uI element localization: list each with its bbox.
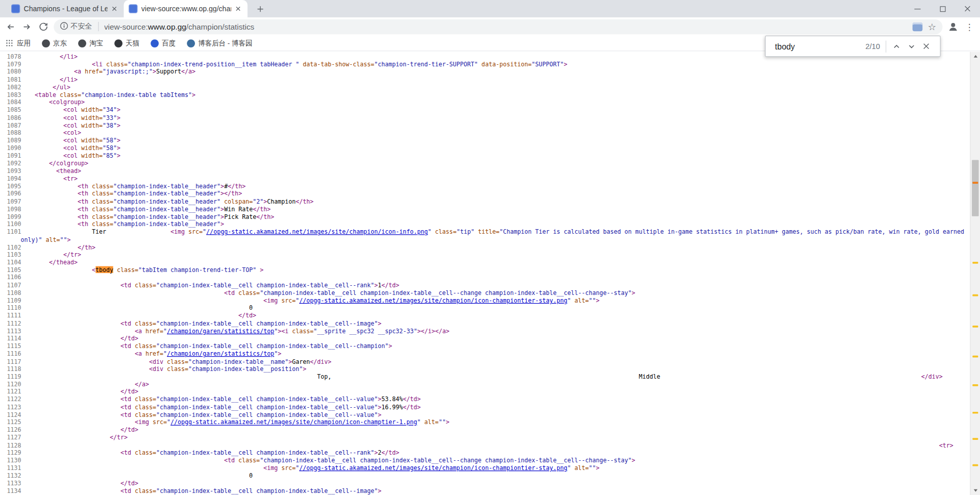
source-url-link[interactable]: //opgg-static.akamaized.net/images/site/… bbox=[299, 464, 567, 471]
window-maximize-button[interactable] bbox=[930, 0, 955, 17]
line-number: 1090 bbox=[0, 144, 28, 152]
tmall-favicon bbox=[114, 39, 122, 47]
bookmark-jd[interactable]: 京东 bbox=[42, 38, 67, 47]
source-url-link[interactable]: /champion/garen/statistics/top bbox=[167, 327, 274, 334]
find-previous-button[interactable] bbox=[889, 39, 903, 54]
bookmark-label: 京东 bbox=[53, 38, 67, 47]
apps-button[interactable]: 应用 bbox=[6, 38, 31, 47]
source-url-link[interactable]: /champion/garen/statistics/top bbox=[167, 350, 274, 357]
source-line: 1100 <th class="champion-index-table__he… bbox=[0, 220, 970, 228]
source-line: 1083 <table class="champion-index-table … bbox=[0, 91, 970, 99]
line-number: 1111 bbox=[0, 312, 28, 319]
tab-champions[interactable]: Champions - League of Legen bbox=[6, 0, 124, 17]
scrollbar-up-arrow[interactable] bbox=[971, 52, 980, 61]
source-token: </td> bbox=[120, 480, 138, 486]
source-line: 1131 <img src="//opgg-static.akamaized.n… bbox=[0, 464, 970, 472]
source-line: 1093 <thead> bbox=[0, 167, 970, 175]
source-line: 1107 <td class="champion-index-table__ce… bbox=[0, 282, 970, 289]
source-line: 1082 </ul> bbox=[0, 84, 970, 91]
source-token: > bbox=[220, 183, 224, 189]
source-code: 1078 </li>1079 <li class="champion-index… bbox=[0, 52, 970, 495]
source-token: </td> bbox=[238, 312, 256, 318]
source-token: <td bbox=[120, 319, 131, 326]
line-number: 1108 bbox=[0, 289, 28, 297]
bookmark-tmall[interactable]: 天猫 bbox=[114, 38, 139, 47]
scrollbar-thumb[interactable] bbox=[972, 160, 978, 216]
profile-avatar[interactable] bbox=[945, 18, 961, 35]
tab-view-source[interactable]: view-source:www.op.gg/cham bbox=[124, 0, 247, 17]
source-token: "tabItem champion-trend-tier-TOP" bbox=[138, 266, 256, 273]
source-line: 1132 0 bbox=[0, 472, 970, 480]
reload-button[interactable] bbox=[35, 18, 52, 35]
bookmark-cnblogs[interactable]: 博客后台 - 博客园 bbox=[187, 38, 252, 47]
source-token: > bbox=[192, 91, 195, 98]
source-token: "champion-index-table__position" bbox=[188, 365, 303, 372]
source-token: "__sprite __spc32 __spc32-33" bbox=[313, 327, 417, 334]
tab-close-icon[interactable] bbox=[110, 5, 119, 13]
source-url-link[interactable]: //opgg-static.akamaized.net/images/site/… bbox=[299, 297, 567, 304]
source-token: <a bbox=[135, 350, 142, 357]
source-token: </a> bbox=[181, 68, 195, 75]
address-bar[interactable]: 不安全 view-source:www.op.gg/champion/stati… bbox=[54, 19, 942, 34]
line-number: 1134 bbox=[0, 487, 28, 495]
line-number: 1088 bbox=[0, 129, 28, 137]
page-action-icon[interactable] bbox=[912, 22, 922, 31]
bookmark-star-icon[interactable]: ☆ bbox=[928, 22, 936, 31]
source-token: > bbox=[596, 297, 600, 304]
scrollbar-track[interactable] bbox=[970, 52, 980, 495]
source-token: > bbox=[220, 213, 224, 219]
window-close-button[interactable] bbox=[955, 0, 980, 17]
find-close-icon[interactable] bbox=[919, 39, 934, 54]
line-number: 1095 bbox=[0, 183, 28, 190]
line-number: 1130 bbox=[0, 457, 28, 464]
bookmark-taobao[interactable]: 淘宝 bbox=[78, 38, 103, 47]
source-token: "champion-index-table__header" bbox=[113, 206, 220, 212]
bookmark-label: 天猫 bbox=[126, 38, 139, 47]
source-url-link[interactable]: //opgg-static.akamaized.net/images/site/… bbox=[206, 228, 428, 235]
line-number: 1112 bbox=[0, 319, 28, 327]
source-token: > bbox=[632, 457, 635, 463]
source-line: 1098 <th class="champion-index-table__he… bbox=[0, 206, 970, 213]
source-token: "champion-index-table__cell champion-ind… bbox=[260, 457, 631, 463]
browser-menu-icon[interactable]: ⋮ bbox=[961, 18, 977, 35]
bookmark-baidu[interactable]: 百度 bbox=[151, 38, 176, 47]
source-token: "champion-index-table tabItems" bbox=[81, 91, 192, 98]
back-button[interactable] bbox=[3, 18, 19, 35]
source-line: 1096 <th class="champion-index-table__he… bbox=[0, 190, 970, 198]
tab-close-icon[interactable] bbox=[234, 5, 242, 13]
source-token: "champion-index-table__name" bbox=[188, 358, 288, 364]
source-token: <td bbox=[224, 457, 235, 463]
info-icon[interactable] bbox=[60, 21, 68, 32]
line-number: 1119 bbox=[0, 373, 28, 381]
source-token: " bbox=[296, 297, 299, 304]
find-match-tick bbox=[972, 356, 978, 358]
source-token: data-tab-show-class= bbox=[299, 61, 374, 67]
forward-button[interactable] bbox=[19, 18, 35, 35]
source-token: class= bbox=[88, 198, 113, 205]
source-token: > bbox=[117, 152, 120, 159]
source-token: Champion bbox=[267, 198, 296, 205]
window-minimize-button[interactable] bbox=[905, 0, 930, 17]
source-token: <img bbox=[170, 228, 185, 235]
line-number: 1078 bbox=[0, 53, 28, 61]
source-token: "champion-trend-tier-SUPPORT" bbox=[374, 61, 478, 67]
source-token: > bbox=[303, 365, 306, 372]
new-tab-button[interactable] bbox=[254, 3, 266, 15]
source-token: class= bbox=[131, 487, 156, 494]
source-token: "champion-index-table__header" bbox=[113, 183, 220, 189]
scrollbar-down-arrow[interactable] bbox=[971, 486, 980, 495]
source-token: </th> bbox=[256, 213, 274, 219]
source-token: <th bbox=[78, 206, 88, 212]
browser-window: Champions - League of Legen view-source:… bbox=[0, 0, 980, 495]
source-token: "85" bbox=[103, 152, 117, 159]
source-token: > bbox=[256, 266, 263, 273]
source-token: class= bbox=[56, 91, 81, 98]
source-url-link[interactable]: //opgg-static.akamaized.net/images/site/… bbox=[170, 418, 417, 425]
line-number: 1123 bbox=[0, 404, 28, 411]
find-input[interactable]: tbody bbox=[775, 41, 865, 51]
source-token: class= bbox=[235, 289, 260, 296]
source-token: </thead> bbox=[49, 259, 78, 265]
source-line: 1112 <td class="champion-index-table__ce… bbox=[0, 319, 970, 327]
find-next-button[interactable] bbox=[904, 39, 919, 54]
source-line: 1086 <col width="33"> bbox=[0, 114, 970, 121]
